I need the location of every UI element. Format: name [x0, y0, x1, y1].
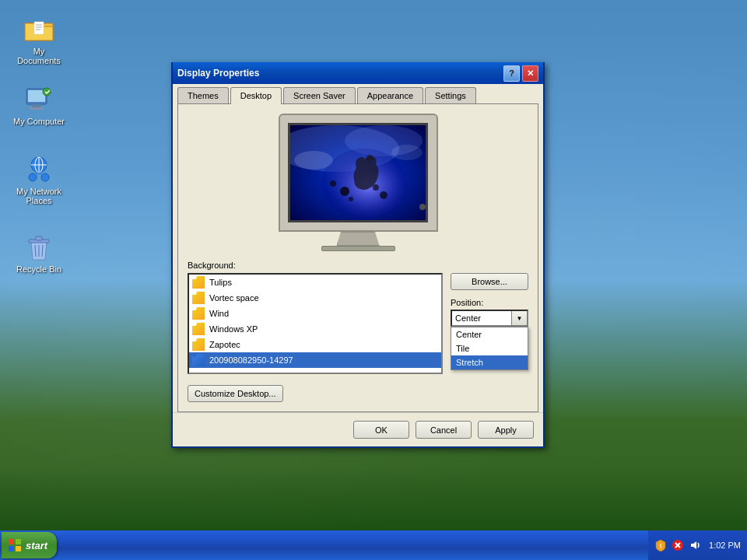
background-listbox[interactable]: Tulips Vortec space Wind: [188, 273, 443, 374]
svg-point-26: [380, 191, 388, 199]
my-computer-icon: [23, 86, 54, 114]
background-label: Background:: [188, 261, 528, 270]
dialog-titlebar: Display Properties ? ✕: [173, 62, 543, 84]
tab-strip: Themes Desktop Screen Saver Appearance S…: [173, 84, 543, 103]
monitor-stand: [337, 232, 380, 246]
apply-button[interactable]: Apply: [478, 421, 534, 439]
list-item-vortec[interactable]: Vortec space: [189, 290, 441, 306]
display-properties-dialog: Display Properties ? ✕ Themes Desktop Sc…: [171, 62, 545, 448]
dialog-footer: OK Cancel Apply: [173, 412, 543, 446]
svg-point-29: [294, 151, 333, 170]
svg-point-23: [366, 155, 373, 161]
tab-desktop[interactable]: Desktop: [230, 87, 282, 104]
position-select-display[interactable]: Center ▼: [451, 310, 528, 327]
my-documents-icon: [23, 16, 54, 44]
position-selected-value: Center: [452, 312, 484, 324]
svg-rect-18: [36, 236, 42, 240]
background-controls: Browse... Position: Center ▼: [451, 273, 528, 327]
svg-point-28: [373, 184, 379, 191]
svg-line-16: [39, 173, 43, 175]
my-documents-label: My Documents: [17, 47, 61, 65]
browse-button[interactable]: Browse...: [451, 273, 528, 290]
start-button[interactable]: start: [2, 532, 57, 558]
svg-rect-34: [16, 546, 21, 551]
folder-icon-vortec: [192, 292, 205, 304]
list-item-zapotec[interactable]: Zapotec: [189, 337, 441, 352]
taskbar-time: 1:02 PM: [709, 541, 741, 550]
svg-rect-6: [33, 104, 40, 107]
folder-icon-zapotec: [192, 338, 205, 351]
cancel-button[interactable]: Cancel: [416, 421, 472, 439]
list-item-tulips[interactable]: Tulips: [189, 275, 441, 290]
my-computer-label: My Computer: [13, 117, 65, 126]
monitor-power-button: [419, 204, 426, 210]
svg-rect-0: [34, 22, 44, 34]
tab-screen-saver[interactable]: Screen Saver: [283, 87, 356, 103]
svg-point-30: [391, 145, 423, 160]
svg-point-25: [330, 180, 336, 187]
svg-point-8: [43, 88, 51, 96]
dropdown-option-center[interactable]: Center: [451, 327, 528, 341]
position-label: Position:: [451, 298, 528, 307]
volume-tray-icon: [689, 539, 701, 551]
list-item-windowsxp[interactable]: Windows XP: [189, 321, 441, 337]
svg-line-15: [35, 173, 39, 175]
taskbar: start ! 1:02 PM: [0, 530, 747, 560]
folder-icon-wind: [192, 307, 205, 320]
system-tray: ! 1:02 PM: [648, 530, 747, 560]
svg-text:!: !: [660, 542, 662, 550]
dropdown-arrow[interactable]: ▼: [511, 311, 527, 325]
svg-rect-7: [30, 107, 44, 110]
file-icon-200908: [192, 354, 205, 366]
close-button[interactable]: ✕: [522, 65, 538, 82]
wallpaper-preview: [290, 125, 428, 222]
desktop: My Documents My Computer: [0, 0, 747, 560]
list-item-200908[interactable]: 200908082950-14297: [189, 352, 441, 368]
tab-settings[interactable]: Settings: [425, 87, 476, 103]
tab-themes[interactable]: Themes: [177, 87, 229, 103]
tab-content-desktop: Background: Tulips Vort: [177, 103, 538, 412]
svg-rect-31: [9, 539, 14, 544]
windows-logo-icon: [8, 538, 22, 552]
monitor-preview: [188, 114, 528, 251]
list-item-wind[interactable]: Wind: [189, 306, 441, 321]
position-dropdown-list: Center Tile Stretch: [451, 327, 528, 370]
desktop-icon-my-network[interactable]: My Network Places: [12, 156, 66, 205]
help-button[interactable]: ?: [503, 65, 520, 82]
titlebar-buttons: ? ✕: [503, 65, 538, 82]
grass-strip: [0, 468, 747, 530]
dropdown-option-tile[interactable]: Tile: [451, 341, 528, 355]
svg-point-24: [340, 187, 349, 196]
dropdown-option-stretch[interactable]: Stretch: [451, 355, 528, 369]
my-network-label: My Network Places: [16, 187, 61, 205]
virus-tray-icon: [672, 539, 684, 551]
position-dropdown-container: Center ▼ Center: [451, 310, 528, 327]
desktop-icon-recycle-bin[interactable]: Recycle Bin: [12, 233, 66, 274]
tab-appearance[interactable]: Appearance: [357, 87, 423, 103]
desktop-icon-my-computer[interactable]: My Computer: [12, 86, 66, 126]
folder-icon-windowsxp: [192, 323, 205, 335]
desktop-icon-my-documents[interactable]: My Documents: [12, 16, 66, 65]
dialog-title: Display Properties: [177, 68, 259, 79]
security-tray-icon: !: [654, 539, 667, 551]
start-label: start: [26, 540, 47, 551]
my-network-icon: [23, 156, 54, 184]
monitor-base: [321, 246, 395, 251]
svg-rect-32: [16, 539, 21, 544]
position-group: Position: Center ▼: [451, 298, 528, 327]
recycle-bin-label: Recycle Bin: [16, 264, 61, 274]
customize-desktop-button[interactable]: Customize Desktop...: [188, 385, 283, 402]
folder-icon-tulips: [192, 276, 205, 289]
svg-point-27: [349, 197, 353, 201]
recycle-bin-icon: [23, 233, 54, 261]
ok-button[interactable]: OK: [353, 421, 409, 439]
svg-rect-33: [9, 546, 14, 551]
